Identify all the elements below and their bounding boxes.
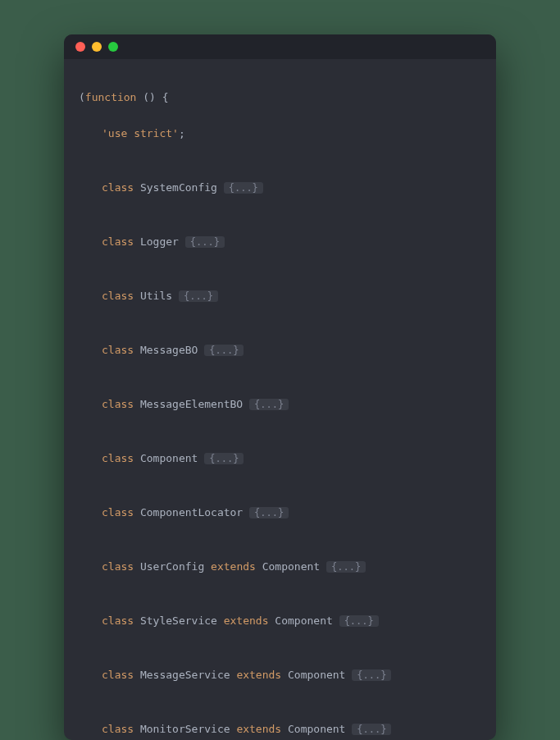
keyword-class: class [102, 452, 134, 464]
punct: () { [136, 91, 168, 103]
class-name: MessageBO [140, 344, 198, 356]
code-line: class Logger {...} [79, 233, 481, 251]
fold-icon[interactable]: {...} [352, 724, 391, 735]
class-name: MessageService [140, 669, 230, 681]
code-line: (function () { [79, 89, 481, 107]
maximize-icon[interactable] [108, 42, 118, 52]
class-name: Utils [140, 290, 172, 302]
fold-icon[interactable]: {...} [204, 345, 244, 356]
close-icon[interactable] [75, 42, 85, 52]
class-name: SystemConfig [140, 181, 217, 194]
fold-icon[interactable]: {...} [204, 453, 244, 464]
class-name: Component [262, 560, 320, 573]
fold-icon[interactable]: {...} [249, 507, 289, 518]
code-area: (function () { 'use strict'; class Syste… [64, 59, 496, 740]
code-line: class Utils {...} [79, 287, 481, 305]
punct: ; [179, 127, 185, 139]
code-window: (function () { 'use strict'; class Syste… [64, 34, 496, 740]
class-name: Component [288, 723, 345, 735]
fold-icon[interactable]: {...} [249, 399, 289, 410]
fold-icon[interactable]: {...} [326, 561, 366, 573]
class-name: UserConfig [140, 560, 204, 573]
minimize-icon[interactable] [92, 42, 102, 52]
code-line: class UserConfig extends Component {...} [79, 558, 481, 576]
class-name: StyleService [140, 614, 217, 627]
fold-icon[interactable]: {...} [224, 182, 263, 194]
code-line: class SystemConfig {...} [79, 179, 481, 197]
string-literal: 'use strict' [102, 127, 179, 139]
keyword-class: class [102, 614, 134, 627]
keyword-class: class [102, 290, 134, 302]
fold-icon[interactable]: {...} [179, 290, 218, 302]
keyword-extends: extends [224, 614, 269, 627]
keyword-class: class [102, 235, 134, 248]
keyword-class: class [102, 506, 134, 518]
keyword-class: class [102, 181, 134, 194]
code-line: class MessageService extends Component {… [79, 666, 481, 684]
code-line: class Component {...} [79, 450, 481, 468]
keyword-function: function [85, 91, 137, 103]
keyword-class: class [102, 669, 134, 681]
class-name: Logger [140, 235, 179, 248]
fold-icon[interactable]: {...} [352, 669, 391, 681]
code-line: class MessageBO {...} [79, 341, 481, 359]
class-name: Component [275, 614, 332, 627]
keyword-class: class [102, 723, 134, 735]
keyword-class: class [102, 344, 134, 356]
fold-icon[interactable]: {...} [339, 615, 379, 627]
code-line: class MessageElementBO {...} [79, 395, 481, 413]
code-line: class StyleService extends Component {..… [79, 612, 481, 630]
class-name: MessageElementBO [140, 398, 243, 410]
titlebar [64, 34, 496, 59]
keyword-extends: extends [236, 669, 281, 681]
fold-icon[interactable]: {...} [185, 236, 225, 248]
class-name: ComponentLocator [140, 506, 243, 518]
keyword-class: class [102, 398, 134, 410]
keyword-extends: extends [236, 723, 281, 735]
class-name: Component [140, 452, 198, 464]
class-name: Component [288, 669, 345, 681]
keyword-class: class [102, 560, 134, 573]
keyword-extends: extends [211, 560, 256, 573]
code-line: 'use strict'; [79, 125, 481, 143]
punct: ( [79, 91, 85, 103]
code-line: class MonitorService extends Component {… [79, 720, 481, 738]
code-line: class ComponentLocator {...} [79, 504, 481, 522]
class-name: MonitorService [140, 723, 230, 735]
